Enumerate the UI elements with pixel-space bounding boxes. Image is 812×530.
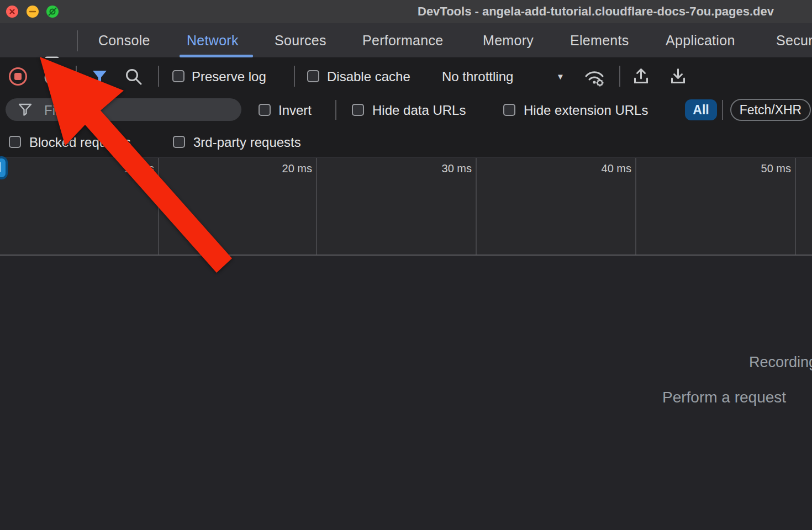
filter-toggle-button[interactable] (91, 68, 108, 85)
third-party-requests-checkbox[interactable] (173, 136, 185, 148)
network-toolbar: Preserve log Disable cache No throttling… (0, 58, 812, 94)
timeline-tick: 50 ms (730, 162, 791, 175)
toolbar-separator (619, 66, 620, 87)
disable-cache-label: Disable cache (327, 69, 410, 84)
filterbar-separator (722, 100, 723, 120)
funnel-icon (91, 68, 108, 85)
timeline-gridline (795, 158, 796, 255)
minimize-button[interactable] (27, 6, 39, 18)
timeline-gridline (635, 158, 636, 255)
export-har-button[interactable] (668, 67, 688, 86)
zoom-icon (46, 6, 59, 18)
filter-input-pill[interactable] (6, 98, 241, 121)
overview-handle-grip (0, 162, 1, 172)
empty-state-line2: Perform a request (662, 389, 786, 406)
timeline-tick: 30 ms (411, 162, 472, 175)
filter-input[interactable] (43, 102, 236, 119)
timeline-gridline (158, 158, 159, 255)
filter-bar: Invert Hide data URLs Hide extension URL… (0, 94, 812, 126)
minimize-icon (27, 6, 39, 18)
chevron-down-icon: ▼ (556, 72, 565, 81)
tabbar-separator (77, 30, 78, 51)
active-tab-underline (180, 55, 253, 57)
timeline-tick: 20 ms (251, 162, 312, 175)
close-button[interactable] (6, 6, 18, 18)
throttling-value: No throttling (442, 69, 513, 84)
zoom-button[interactable] (46, 6, 59, 18)
clear-icon (44, 70, 59, 85)
filter-bar-secondary: Blocked requests 3rd-party requests (0, 126, 812, 157)
overview-handle[interactable] (0, 156, 8, 179)
tab-security[interactable]: Security (776, 23, 812, 58)
third-party-requests-label: 3rd-party requests (193, 135, 301, 150)
preserve-log-checkbox[interactable] (172, 70, 184, 82)
record-icon (8, 66, 28, 87)
toolbar-separator (158, 66, 159, 87)
network-conditions-button[interactable] (582, 67, 607, 88)
tab-elements[interactable]: Elements (570, 23, 629, 58)
throttling-select[interactable]: No throttling ▼ (436, 58, 574, 94)
search-button[interactable] (125, 68, 143, 86)
record-button[interactable] (8, 66, 28, 87)
tab-application[interactable]: Application (666, 23, 735, 58)
devtools-tabbar: Console Network Sources Performance Memo… (0, 23, 812, 58)
request-type-chip-all[interactable]: All (685, 99, 717, 120)
window-titlebar: DevTools - angela-add-tutorial.cloudflar… (0, 0, 812, 23)
devtools-window: DevTools - angela-add-tutorial.cloudflar… (0, 0, 812, 530)
tab-network[interactable]: Network (187, 23, 239, 58)
tab-sources[interactable]: Sources (275, 23, 326, 58)
network-overview-timeline[interactable]: 10 ms 20 ms 30 ms 40 ms 50 ms (0, 157, 812, 256)
wifi-gear-icon (582, 67, 607, 88)
blocked-requests-label: Blocked requests (29, 135, 131, 150)
close-icon (6, 6, 18, 18)
tab-memory[interactable]: Memory (483, 23, 534, 58)
timeline-gridline (476, 158, 477, 255)
tab-performance[interactable]: Performance (362, 23, 443, 58)
hide-data-urls-label: Hide data URLs (372, 103, 466, 118)
invert-checkbox[interactable] (259, 104, 271, 116)
empty-state-line1: Recording network activity… (749, 354, 812, 371)
disable-cache-checkbox[interactable] (307, 70, 319, 82)
upload-icon (631, 67, 651, 86)
clear-button[interactable] (44, 70, 59, 85)
request-type-chip-fetch-xhr[interactable]: Fetch/XHR (730, 99, 811, 121)
toolbar-separator (294, 66, 295, 87)
hide-data-urls-checkbox[interactable] (352, 104, 364, 116)
toolbar-separator (76, 66, 77, 87)
tab-console[interactable]: Console (98, 23, 150, 58)
timeline-tick: 10 ms (93, 162, 154, 175)
invert-label: Invert (278, 103, 312, 118)
filterbar-separator (335, 100, 336, 120)
search-icon (125, 68, 143, 86)
hide-extension-urls-checkbox[interactable] (503, 104, 515, 116)
filter-funnel-icon (18, 102, 33, 117)
window-title: DevTools - angela-add-tutorial.cloudflar… (418, 4, 774, 19)
blocked-requests-checkbox[interactable] (9, 136, 21, 148)
hide-extension-urls-label: Hide extension URLs (524, 103, 648, 118)
timeline-gridline (316, 158, 317, 255)
download-icon (668, 67, 688, 86)
preserve-log-label: Preserve log (192, 69, 266, 84)
import-har-button[interactable] (631, 67, 651, 86)
timeline-tick: 40 ms (571, 162, 631, 175)
